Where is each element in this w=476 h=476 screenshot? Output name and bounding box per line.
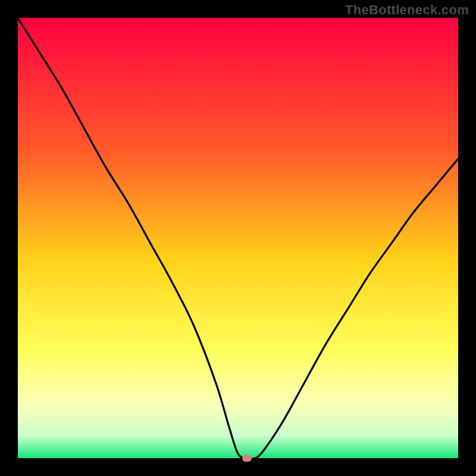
chart-frame: TheBottleneck.com [0,0,476,476]
watermark-text: TheBottleneck.com [345,2,469,18]
optimal-point-marker [242,455,252,462]
gradient-background [18,18,458,458]
chart-svg [18,18,458,458]
plot-area [18,18,458,458]
